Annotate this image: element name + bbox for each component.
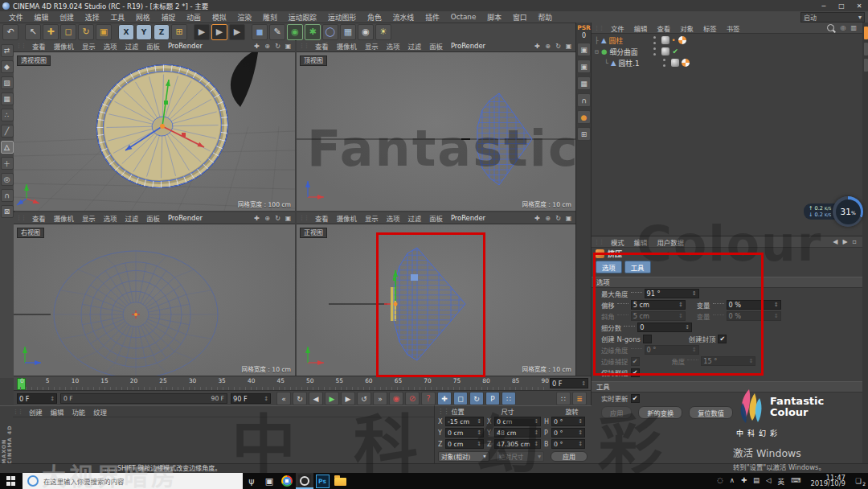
goto-start-icon[interactable]: «	[276, 392, 291, 405]
prev-object-icon[interactable]: ◀	[833, 238, 837, 245]
generators-icon[interactable]: ✱	[305, 24, 321, 40]
viewport-zoom-icon[interactable]: ⊕	[542, 215, 553, 222]
close-button[interactable]: ✕	[850, 2, 868, 10]
realtime-update-checkbox[interactable]: ✔	[631, 394, 640, 403]
menu-item[interactable]: 选择	[80, 12, 105, 23]
lock-x-axis-button[interactable]: X	[118, 24, 134, 40]
viewport-menu-item[interactable]: 查看	[28, 213, 50, 223]
viewport-pan-icon[interactable]: ✚	[252, 43, 262, 50]
file-explorer-taskbar-icon[interactable]	[331, 473, 349, 489]
attribute-menu-item[interactable]: 编辑	[629, 237, 653, 247]
viewport-menu-item[interactable]: 面板	[142, 41, 164, 51]
viewport-zoom-icon[interactable]: ⊕	[262, 43, 272, 50]
undo-icon[interactable]: ↶	[2, 24, 18, 40]
model-mode-icon[interactable]: ◆	[1, 60, 14, 73]
attribute-menu-item[interactable]: 模式	[606, 237, 629, 247]
scale-icon[interactable]: ◻	[60, 24, 76, 40]
search-icon[interactable]	[827, 24, 834, 31]
viewport-maximize-icon[interactable]: ▣	[563, 215, 574, 222]
viewport-maximize-icon[interactable]: ▣	[563, 43, 574, 50]
net-monitor-widget[interactable]: ↑ 0.2 K/S ↓ 0.2 K/S 31%	[804, 196, 863, 227]
viewport-solo-icon[interactable]: ◎	[1, 173, 14, 186]
goto-end-icon[interactable]: »	[373, 392, 387, 405]
apply-coordinates-button[interactable]: 应用	[551, 451, 588, 462]
position-y-field[interactable]: 0 cm↕	[445, 428, 484, 438]
rotation-p-field[interactable]: 0 °↕	[551, 428, 585, 438]
viewport-menu-item[interactable]: 选项	[100, 213, 121, 223]
live-selection-icon[interactable]: ↖	[25, 24, 41, 40]
checker-tag-icon[interactable]	[678, 36, 686, 44]
psr-snap-button[interactable]: PSR	[577, 24, 591, 31]
pen-spline-icon[interactable]: ✎	[269, 24, 285, 40]
viewport-menu-item[interactable]: 过滤	[121, 213, 142, 223]
keyframe-options-icon[interactable]: ?	[421, 392, 436, 405]
viewport-zoom-icon[interactable]: ⊕	[262, 215, 272, 222]
viewport-zoom-icon[interactable]: ⊕	[542, 43, 553, 50]
viewport-right-canvas[interactable]: 右视图 网格宽度 : 10 cm	[14, 224, 295, 376]
grip-icon[interactable]: ⋮⋮	[16, 215, 26, 221]
viewport-pan-icon[interactable]: ✚	[532, 43, 542, 50]
keyframe-presets-icon[interactable]: ≣	[572, 392, 587, 405]
menu-item[interactable]: Octane	[445, 13, 482, 21]
play-icon[interactable]: ▶	[325, 392, 339, 405]
camera-icon[interactable]: ◉	[358, 24, 374, 40]
menu-item[interactable]: 运动图形	[322, 12, 362, 23]
preview-range-scrubber[interactable]: 0 F 90 F	[60, 393, 227, 404]
layer-icon[interactable]: ▥	[850, 24, 857, 31]
current-frame-spinner[interactable]: 0 F↕	[17, 393, 57, 404]
prev-frame-icon[interactable]: ◀	[309, 392, 323, 405]
keyboard-icon[interactable]: ⌨	[791, 476, 800, 486]
viewport-menu-item[interactable]: 选项	[383, 213, 404, 223]
viewport-menu-item[interactable]: 摄像机	[333, 213, 361, 223]
visibility-dots[interactable]	[653, 36, 657, 44]
object-row[interactable]: ├ ▲ 圆柱 •	[592, 35, 862, 45]
c4d-taskbar-icon[interactable]	[296, 473, 313, 489]
size-z-field[interactable]: 47.305 cm↕	[494, 439, 541, 449]
start-button[interactable]	[6, 476, 16, 486]
render-settings-icon[interactable]: ▶	[211, 24, 227, 40]
object-manager-menu-item[interactable]: 标签	[698, 23, 722, 33]
edges-mode-icon[interactable]: ╱	[1, 125, 14, 138]
subdivision-surface-icon[interactable]: ◉	[287, 24, 303, 40]
grip-icon[interactable]: ⋮⋮	[299, 43, 309, 49]
enabled-check-icon[interactable]: ✔	[672, 47, 678, 55]
spline-primitive-icon[interactable]: ◯	[322, 24, 338, 40]
make-editable-icon[interactable]: ⇄	[1, 44, 14, 57]
viewport-menu-item-prorender[interactable]: ProRender	[447, 214, 489, 222]
points-mode-icon[interactable]: ∴	[1, 109, 14, 121]
texture-mode-icon[interactable]: ▨	[1, 76, 14, 89]
light-icon[interactable]: ☀	[375, 24, 391, 40]
viewport-label[interactable]: 右视图	[17, 228, 44, 238]
move-icon[interactable]: ✚	[43, 24, 59, 40]
autokey-icon[interactable]: ⊘	[405, 392, 420, 405]
keyframe-grid-icon[interactable]: ∷	[556, 392, 571, 405]
grip-icon[interactable]: ⋮⋮	[594, 239, 604, 245]
display-icon[interactable]: ▤	[753, 476, 760, 486]
reset-values-button[interactable]: 复位数值	[689, 406, 733, 419]
workplane-mode-icon[interactable]: ▦	[1, 92, 14, 105]
viewport-perspective-canvas[interactable]: 透视视图 网格宽度 : 100 cm	[14, 52, 295, 211]
filter-icon[interactable]: ◎	[840, 24, 845, 31]
visibility-dots[interactable]	[653, 47, 657, 55]
viewport-maximize-icon[interactable]: ▣	[283, 43, 293, 50]
viewport-menu-item[interactable]: 选项	[100, 41, 121, 51]
object-name[interactable]: 细分曲面	[609, 47, 651, 57]
coordinate-mode-dropdown[interactable]: 对象(相对)▾	[438, 451, 489, 462]
viewport-menu-item[interactable]: 过滤	[121, 41, 142, 51]
viewport-menu-item[interactable]: 显示	[361, 41, 383, 51]
rotation-h-field[interactable]: 0 °↕	[551, 417, 585, 426]
snap-cube2-icon[interactable]: ▣	[577, 60, 591, 73]
menu-item[interactable]: 脚本	[481, 12, 507, 23]
rotation-b-field[interactable]: 0 °↕	[551, 439, 585, 449]
volume-icon[interactable]: ◁	[766, 476, 772, 486]
lock-y-axis-button[interactable]: Y	[136, 24, 152, 40]
viewport-rotate-icon[interactable]: ↻	[272, 43, 283, 50]
viewport-menu-item[interactable]: 显示	[78, 41, 100, 51]
grip-icon[interactable]: ⋮⋮	[299, 215, 309, 221]
coordinate-system-icon[interactable]: ⊞	[171, 24, 187, 40]
grip-icon[interactable]: ⋮⋮	[16, 43, 26, 49]
viewport-menu-item[interactable]: 查看	[311, 213, 333, 223]
microphone-icon[interactable]: ψ	[243, 473, 260, 489]
phong-tag-icon[interactable]	[661, 36, 669, 44]
menu-item[interactable]: 流水线	[387, 12, 420, 23]
